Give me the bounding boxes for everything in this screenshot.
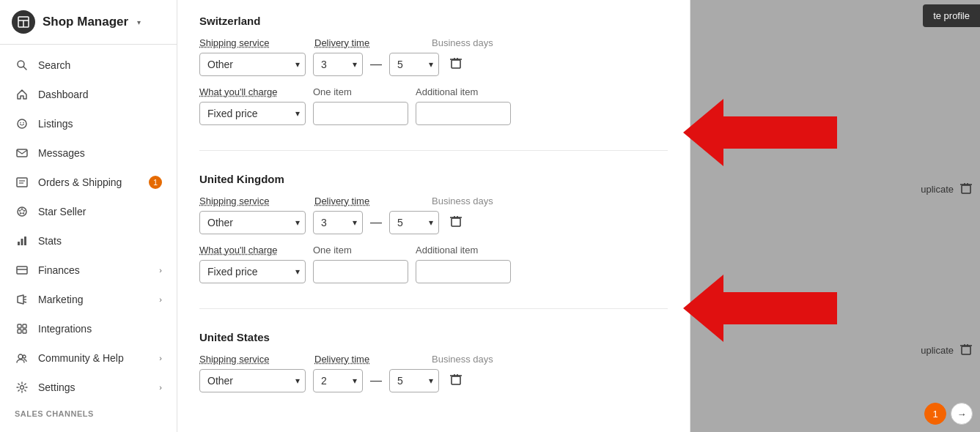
switzerland-delivery-dash: —: [370, 58, 382, 71]
svg-point-27: [23, 355, 26, 358]
switzerland-shipping-service-label: Shipping service: [199, 37, 306, 48]
switzerland-delete-button[interactable]: [446, 53, 465, 76]
search-icon: [15, 58, 29, 72]
svg-rect-37: [452, 376, 460, 384]
svg-rect-23: [23, 324, 26, 328]
sidebar-header[interactable]: Shop Manager ▾: [0, 0, 177, 45]
switzerland-delivery-max-select[interactable]: 51234: [389, 53, 439, 76]
sidebar-item-star-seller[interactable]: Star Seller: [0, 197, 177, 226]
marketing-chevron-icon: ›: [159, 295, 162, 304]
us-delivery-min-select[interactable]: 21345: [313, 369, 363, 392]
svg-point-28: [21, 386, 24, 390]
listings-icon: [15, 116, 29, 131]
sidebar-item-marketing[interactable]: Marketing ›: [0, 285, 177, 314]
sidebar-item-integrations-label: Integrations: [38, 323, 162, 335]
integrations-icon: [15, 321, 29, 336]
orders-badge: 1: [149, 176, 162, 189]
sidebar-item-orders-shipping[interactable]: Orders & Shipping 1: [0, 168, 177, 197]
svg-rect-15: [24, 237, 26, 245]
sidebar-item-stats[interactable]: Stats: [0, 226, 177, 256]
country-uk: United Kingdom: [199, 173, 668, 185]
uk-delivery-max-select[interactable]: 51234: [389, 211, 439, 234]
uk-dup-delete-button[interactable]: [959, 343, 973, 358]
shop-logo: [12, 10, 35, 34]
us-shipping-service-label: Shipping service: [199, 354, 306, 365]
next-page-button[interactable]: →: [951, 403, 973, 425]
uk-delivery-time-label: Delivery time: [314, 195, 423, 206]
shipping-section-us: United States Shipping service Delivery …: [199, 331, 668, 417]
switzerland-dup-delete-button[interactable]: [959, 182, 973, 197]
star-seller-icon: [15, 204, 29, 219]
marketing-icon: [15, 292, 29, 307]
us-delivery-max-select[interactable]: 51234: [389, 369, 439, 392]
uk-charge-labels: What you'll charge One item Additional i…: [199, 245, 668, 256]
uk-service-select-wrapper: Other Standard Express ▾: [199, 211, 306, 234]
uk-one-item-price[interactable]: US$ 10.00: [313, 260, 408, 283]
svg-rect-9: [17, 178, 27, 187]
switzerland-delivery-time-label: Delivery time: [314, 37, 423, 48]
shipping-section-uk: United Kingdom Shipping service Delivery…: [199, 173, 668, 309]
pagination: 1 →: [924, 403, 973, 425]
switzerland-charge-type-select[interactable]: Fixed price Free shipping Calculate at c…: [199, 102, 306, 125]
switzerland-delivery-min-wrapper: 31245 ▾: [313, 53, 363, 76]
switzerland-actions-row: uplicate: [921, 182, 973, 197]
switzerland-charge-row: What you'll charge One item Additional i…: [199, 86, 668, 125]
sidebar-item-dashboard[interactable]: Dashboard: [0, 80, 177, 109]
sidebar-item-search[interactable]: Search: [0, 51, 177, 80]
uk-additional-item-price[interactable]: US$ 5.00: [416, 260, 511, 283]
switzerland-one-item-label: One item: [313, 86, 408, 97]
sidebar-item-dashboard-label: Dashboard: [38, 89, 162, 100]
uk-delivery-min-select[interactable]: 31245: [313, 211, 363, 234]
sidebar-item-stats-label: Stats: [38, 235, 162, 247]
page-1-button[interactable]: 1: [924, 403, 946, 425]
switzerland-delivery-min-select[interactable]: 31245: [313, 53, 363, 76]
svg-rect-29: [452, 60, 460, 68]
uk-delete-button[interactable]: [446, 212, 465, 234]
switzerland-additional-item-label: Additional item: [416, 86, 478, 97]
svg-marker-18: [18, 295, 23, 304]
us-service-select[interactable]: Other Standard Express: [199, 369, 306, 392]
us-delete-button[interactable]: [446, 370, 465, 392]
sidebar-item-community-help[interactable]: Community & Help ›: [0, 343, 177, 373]
us-delivery-time-label: Delivery time: [314, 354, 423, 365]
orders-icon: [15, 175, 29, 190]
main-wrapper: Switzerland Shipping service Delivery ti…: [177, 0, 980, 432]
home-icon: [15, 87, 29, 102]
sidebar-title: Shop Manager: [43, 15, 128, 29]
sidebar-item-finances[interactable]: Finances ›: [0, 256, 177, 285]
sidebar-item-search-label: Search: [38, 59, 162, 71]
us-service-labels: Shipping service Delivery time Business …: [199, 354, 668, 365]
uk-service-select[interactable]: Other Standard Express: [199, 211, 306, 234]
messages-icon: [15, 146, 29, 160]
switzerland-charge-fields: Fixed price Free shipping Calculate at c…: [199, 102, 668, 125]
switzerland-service-fields: Other Standard Express ▾ 31245 ▾ —: [199, 53, 668, 76]
switzerland-additional-item-price[interactable]: US$ 5.00: [416, 102, 511, 125]
community-icon: [15, 351, 29, 365]
switzerland-service-row: Shipping service Delivery time Business …: [199, 37, 668, 76]
svg-rect-24: [18, 329, 21, 333]
uk-business-days-label: Business days: [432, 195, 493, 206]
sidebar-item-integrations[interactable]: Integrations: [0, 314, 177, 343]
sidebar-item-community-label: Community & Help: [38, 352, 150, 364]
country-us: United States: [199, 331, 668, 343]
switzerland-one-item-price[interactable]: US$ 10.00: [313, 102, 408, 125]
uk-delivery-max-wrapper: 51234 ▾: [389, 211, 439, 234]
svg-rect-22: [18, 324, 21, 328]
sidebar-item-orders-label: Orders & Shipping: [38, 176, 140, 188]
sidebar-item-settings[interactable]: Settings ›: [0, 373, 177, 402]
shipping-section-switzerland: Switzerland Shipping service Delivery ti…: [199, 15, 668, 151]
uk-duplicate-label: uplicate: [921, 345, 954, 356]
uk-charge-type-select[interactable]: Fixed price Free shipping Calculate at c…: [199, 260, 306, 283]
svg-rect-33: [452, 218, 460, 226]
switzerland-service-select[interactable]: Other Standard Express: [199, 53, 306, 76]
sidebar-item-listings[interactable]: Listings: [0, 109, 177, 138]
sidebar-item-listings-label: Listings: [38, 118, 162, 130]
sidebar: Shop Manager ▾ Search Dashboard Listings: [0, 0, 177, 432]
content-panel: Switzerland Shipping service Delivery ti…: [177, 0, 690, 432]
us-delivery-min-wrapper: 21345 ▾: [313, 369, 363, 392]
sidebar-item-messages[interactable]: Messages: [0, 138, 177, 168]
us-service-select-wrapper: Other Standard Express ▾: [199, 369, 306, 392]
svg-rect-25: [23, 329, 26, 333]
profile-button[interactable]: te profile: [923, 4, 980, 27]
switzerland-delivery-max-wrapper: 51234 ▾: [389, 53, 439, 76]
